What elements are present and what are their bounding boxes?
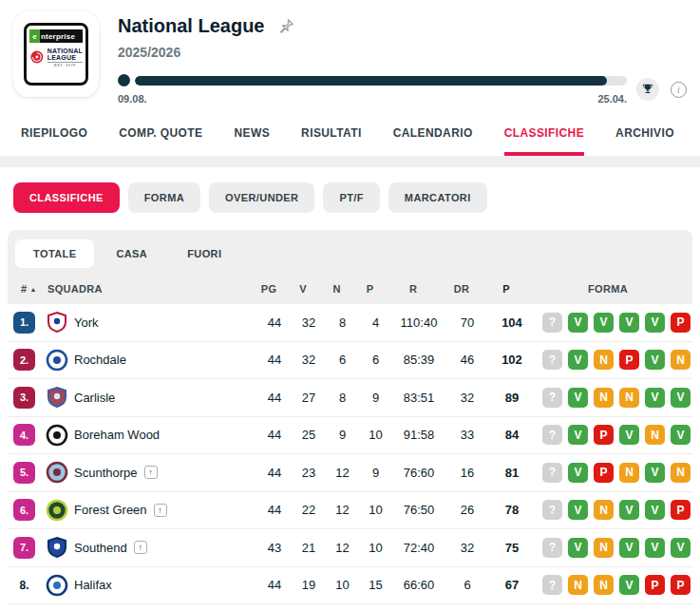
team-name[interactable]: Rochdale: [74, 353, 257, 367]
team-name[interactable]: Carlisle: [74, 391, 257, 405]
form-badge-draw[interactable]: N: [568, 575, 588, 595]
form-badge-loss[interactable]: P: [671, 313, 691, 333]
scope-tab-fuori[interactable]: FUORI: [169, 239, 239, 268]
pill-forma[interactable]: FORMA: [128, 182, 200, 213]
form-badge-loss[interactable]: P: [645, 575, 665, 595]
form-badge-win[interactable]: V: [619, 538, 639, 558]
form-badge-draw[interactable]: N: [671, 463, 691, 483]
promotion-arrow-icon[interactable]: ↑: [134, 541, 147, 554]
form-badge-draw[interactable]: N: [645, 425, 665, 445]
form-badge-unknown[interactable]: ?: [542, 350, 562, 370]
season-progress-bar[interactable]: [135, 76, 627, 86]
nav-tab-news[interactable]: NEWS: [234, 114, 270, 156]
form-badge-win[interactable]: V: [671, 388, 691, 408]
form-badge-win[interactable]: V: [645, 388, 665, 408]
nav-tab-classifiche[interactable]: CLASSIFICHE: [504, 114, 584, 156]
form-badge-draw[interactable]: N: [594, 388, 614, 408]
scope-tab-casa[interactable]: CASA: [98, 239, 165, 268]
form-badge-unknown[interactable]: ?: [542, 425, 562, 445]
team-name[interactable]: Forest Green↑: [74, 503, 257, 517]
header-dr[interactable]: DR: [440, 283, 483, 295]
team-name[interactable]: Halifax: [74, 578, 257, 592]
header-pts[interactable]: P: [483, 283, 529, 295]
header-v[interactable]: V: [286, 283, 320, 295]
trophy-icon[interactable]: [636, 78, 659, 101]
form-badge-win[interactable]: V: [619, 313, 639, 333]
form-badge-win[interactable]: V: [568, 500, 588, 520]
form-badge-draw[interactable]: N: [619, 463, 639, 483]
form-badge-win[interactable]: V: [671, 425, 691, 445]
form-badges: ?NNVPP: [535, 575, 692, 595]
cell-p: 10: [359, 541, 392, 555]
team-name[interactable]: Scunthorpe↑: [74, 466, 257, 480]
table-row[interactable]: 6. Forest Green↑4422121076:502678?VNVVP: [8, 492, 692, 530]
pill-classifiche[interactable]: CLASSIFICHE: [13, 182, 120, 213]
form-badge-draw[interactable]: N: [594, 350, 614, 370]
form-badge-win[interactable]: V: [645, 350, 665, 370]
nav-tab-archivio[interactable]: ARCHIVIO: [615, 114, 674, 156]
table-row[interactable]: 8. Halifax4419101566:60667?NNVPP: [8, 567, 692, 605]
form-badge-win[interactable]: V: [568, 350, 588, 370]
form-badge-win[interactable]: V: [645, 463, 665, 483]
form-badge-win[interactable]: V: [568, 538, 588, 558]
pill-pt-f[interactable]: PT/F: [323, 182, 379, 213]
form-badge-draw[interactable]: N: [594, 500, 614, 520]
form-badge-unknown[interactable]: ?: [542, 538, 562, 558]
form-badge-win[interactable]: V: [568, 388, 588, 408]
form-badge-win[interactable]: V: [619, 500, 639, 520]
team-name-label: Scunthorpe: [74, 466, 138, 480]
nav-tab-risultati[interactable]: RISULTATI: [301, 114, 362, 156]
header-n[interactable]: N: [320, 283, 353, 295]
nav-tab-riepilogo[interactable]: RIEPILOGO: [21, 114, 87, 156]
form-badge-unknown[interactable]: ?: [542, 575, 562, 595]
scope-tab-totale[interactable]: TOTALE: [15, 239, 94, 268]
header-rank[interactable]: #▲: [13, 283, 46, 295]
team-name[interactable]: York: [74, 315, 257, 330]
header-pg[interactable]: PG: [252, 283, 286, 295]
table-row[interactable]: 7. Southend↑4321121072:403275?VNVVV: [8, 529, 692, 567]
form-badge-draw[interactable]: N: [594, 538, 614, 558]
team-name[interactable]: Southend↑: [74, 541, 257, 555]
form-badge-win[interactable]: V: [645, 500, 665, 520]
table-row[interactable]: 5. Scunthorpe↑442312976:601681?VPNVN: [8, 454, 692, 492]
table-row[interactable]: 1. York443284110:4070104?VVVVP: [8, 304, 692, 342]
sort-asc-icon: ▲: [29, 286, 36, 293]
pill-marcatori[interactable]: MARCATORI: [388, 182, 487, 213]
header-r[interactable]: R: [387, 283, 440, 295]
form-badge-win[interactable]: V: [645, 538, 665, 558]
progress-start-dot[interactable]: [118, 74, 130, 86]
nav-tab-comp-quote[interactable]: COMP. QUOTE: [119, 114, 202, 156]
header-team[interactable]: SQUADRA: [46, 283, 252, 295]
form-badge-unknown[interactable]: ?: [542, 388, 562, 408]
promotion-arrow-icon[interactable]: ↑: [154, 504, 167, 517]
table-row[interactable]: 3. Carlisle44278983:513289?VNNVV: [8, 379, 692, 417]
form-badge-unknown[interactable]: ?: [542, 463, 562, 483]
form-badge-loss[interactable]: P: [671, 575, 691, 595]
form-badge-win[interactable]: V: [645, 313, 665, 333]
form-badge-loss[interactable]: P: [594, 463, 614, 483]
form-badge-win[interactable]: V: [619, 425, 639, 445]
promotion-arrow-icon[interactable]: ↑: [144, 466, 158, 479]
form-badge-win[interactable]: V: [594, 313, 614, 333]
form-badge-win[interactable]: V: [568, 425, 588, 445]
form-badge-win[interactable]: V: [568, 313, 588, 333]
form-badge-loss[interactable]: P: [619, 350, 639, 370]
form-badge-draw[interactable]: N: [594, 575, 614, 595]
pin-icon[interactable]: [277, 17, 295, 35]
form-badge-loss[interactable]: P: [594, 425, 614, 445]
team-name[interactable]: Boreham Wood: [74, 428, 257, 442]
table-row[interactable]: 4. Boreham Wood442591091:583384?VPVNV: [8, 417, 692, 455]
table-row[interactable]: 2. Rochdale44326685:3946102?VNPVN: [8, 342, 692, 380]
form-badge-loss[interactable]: P: [671, 500, 691, 520]
form-badge-draw[interactable]: N: [619, 388, 639, 408]
form-badge-unknown[interactable]: ?: [542, 500, 562, 520]
header-p[interactable]: P: [353, 283, 387, 295]
pill-over-under[interactable]: OVER/UNDER: [209, 182, 314, 213]
nav-tab-calendario[interactable]: CALENDARIO: [393, 114, 473, 156]
form-badge-win[interactable]: V: [568, 463, 588, 483]
info-icon[interactable]: i: [671, 82, 687, 98]
form-badge-unknown[interactable]: ?: [542, 313, 562, 333]
form-badge-win[interactable]: V: [619, 575, 639, 595]
form-badge-win[interactable]: V: [671, 538, 691, 558]
form-badge-draw[interactable]: N: [671, 350, 691, 370]
